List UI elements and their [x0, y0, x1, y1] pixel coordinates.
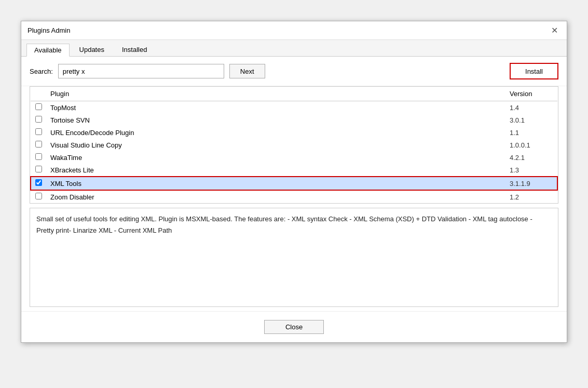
- plugin-name: Visual Studio Line Copy: [46, 139, 505, 151]
- col-header-plugin: Plugin: [46, 87, 505, 101]
- plugin-name: XBrackets Lite: [46, 164, 505, 177]
- col-header-checkbox: [31, 87, 46, 101]
- plugin-checkbox-cell: [31, 126, 46, 139]
- tab-updates[interactable]: Updates: [72, 43, 112, 56]
- plugin-checkbox-cell: [31, 139, 46, 151]
- search-input[interactable]: [58, 64, 224, 78]
- plugin-checkbox[interactable]: [35, 193, 42, 199]
- plugin-checkbox-cell: [31, 190, 46, 203]
- install-button[interactable]: Install: [510, 63, 558, 79]
- plugin-checkbox[interactable]: [35, 141, 42, 148]
- table-row[interactable]: Tortoise SVN3.0.1: [31, 114, 557, 126]
- plugin-name: URL Encode/Decode Plugin: [46, 126, 505, 139]
- plugin-checkbox-cell: [31, 151, 46, 164]
- plugin-name: Zoom Disabler: [46, 190, 505, 203]
- plugin-name: Tortoise SVN: [46, 114, 505, 126]
- plugin-version: 3.0.1: [505, 114, 557, 126]
- plugin-checkbox-cell: [31, 164, 46, 177]
- plugin-checkbox[interactable]: [35, 179, 42, 186]
- footer-close-button[interactable]: Close: [264, 320, 324, 334]
- tab-installed[interactable]: Installed: [114, 43, 155, 56]
- main-content: Plugin Version TopMost1.4Tortoise SVN3.0…: [21, 86, 567, 311]
- table-row[interactable]: TopMost1.4: [31, 101, 557, 114]
- plugin-version: 1.3: [505, 164, 557, 177]
- table-row[interactable]: Zoom Disabler1.2: [31, 190, 557, 203]
- footer: Close: [21, 311, 567, 342]
- plugin-list-container: Plugin Version TopMost1.4Tortoise SVN3.0…: [30, 86, 558, 204]
- plugin-name: TopMost: [46, 101, 505, 114]
- col-header-version: Version: [505, 87, 557, 101]
- close-icon[interactable]: ✕: [548, 24, 560, 37]
- table-row[interactable]: URL Encode/Decode Plugin1.1: [31, 126, 557, 139]
- tab-bar: Available Updates Installed: [21, 40, 567, 57]
- dialog-title: Plugins Admin: [28, 26, 70, 34]
- plugin-name: WakaTime: [46, 151, 505, 164]
- plugin-checkbox-cell: [31, 101, 46, 114]
- plugin-version: 1.4: [505, 101, 557, 114]
- next-button[interactable]: Next: [229, 64, 265, 78]
- plugin-checkbox[interactable]: [35, 166, 42, 172]
- plugin-version: 1.0.0.1: [505, 139, 557, 151]
- plugin-table: Plugin Version TopMost1.4Tortoise SVN3.0…: [30, 87, 558, 203]
- description-area: Small set of useful tools for editing XM…: [30, 208, 558, 307]
- plugin-checkbox-cell: [31, 114, 46, 126]
- tab-available[interactable]: Available: [26, 44, 70, 57]
- plugin-name: XML Tools: [46, 177, 505, 190]
- plugin-checkbox[interactable]: [35, 128, 42, 135]
- plugin-version: 3.1.1.9: [505, 177, 557, 190]
- search-label: Search:: [30, 68, 53, 75]
- plugins-admin-dialog: Plugins Admin ✕ Available Updates Instal…: [21, 21, 567, 343]
- plugin-version: 1.2: [505, 190, 557, 203]
- title-bar: Plugins Admin ✕: [21, 21, 567, 40]
- plugin-version: 4.2.1: [505, 151, 557, 164]
- table-row[interactable]: Visual Studio Line Copy1.0.0.1: [31, 139, 557, 151]
- plugin-checkbox-cell: [31, 177, 46, 190]
- toolbar: Search: Next Install: [21, 57, 567, 86]
- plugin-checkbox[interactable]: [35, 116, 42, 123]
- plugin-checkbox[interactable]: [35, 153, 42, 160]
- table-row[interactable]: XBrackets Lite1.3: [31, 164, 557, 177]
- table-row[interactable]: WakaTime4.2.1: [31, 151, 557, 164]
- plugin-checkbox[interactable]: [35, 103, 42, 110]
- table-row[interactable]: XML Tools3.1.1.9: [31, 177, 557, 190]
- plugin-version: 1.1: [505, 126, 557, 139]
